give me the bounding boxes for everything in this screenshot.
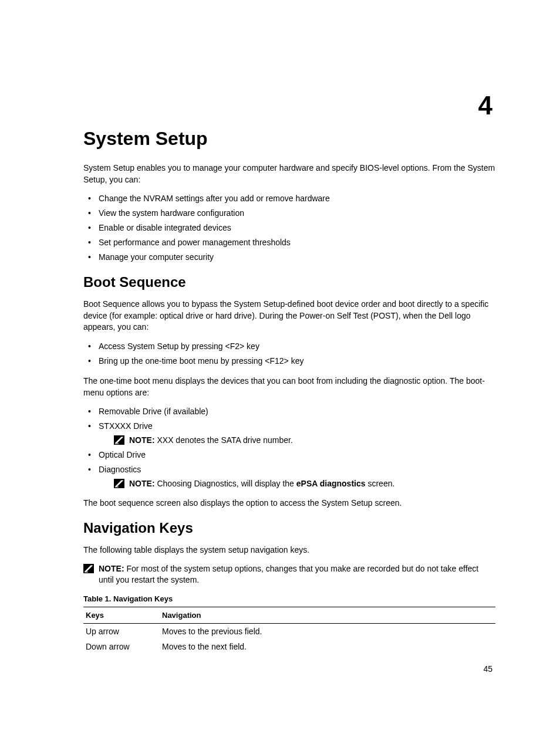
note-bold: ePSA diagnostics [296,479,366,488]
note-block: NOTE: XXX denotes the SATA drive number. [99,435,495,447]
navigation-keys-table: Keys Navigation Up arrow Moves to the pr… [83,607,495,654]
list-item: Change the NVRAM settings after you add … [83,192,495,205]
access-bullet-list: Access System Setup by pressing <F2> key… [83,340,495,367]
note-icon [83,564,94,573]
note-text: NOTE: For most of the system setup optio… [99,563,495,586]
note-text: NOTE: Choosing Diagnostics, will display… [129,478,394,490]
list-item-label: STXXXX Drive [99,421,153,431]
table-header-row: Keys Navigation [83,607,495,623]
note-icon [114,435,124,445]
list-item: STXXXX Drive NOTE: XXX denotes the SATA … [83,420,495,447]
table-row: Up arrow Moves to the previous field. [83,623,495,639]
page-title: System Setup [83,128,495,150]
page-number: 45 [483,664,492,674]
list-item: Bring up the one-time boot menu by press… [83,355,495,367]
boot-menu-intro: The one-time boot menu displays the devi… [83,376,495,398]
note-label: NOTE: [99,564,124,573]
table-row: Down arrow Moves to the next field. [83,639,495,654]
intro-paragraph: System Setup enables you to manage your … [83,163,495,185]
note-body: For most of the system setup options, ch… [99,564,478,585]
list-item: Enable or disable integrated devices [83,222,495,234]
list-item: Set performance and power management thr… [83,236,495,249]
table-header-keys: Keys [83,607,160,623]
note-body-after: screen. [366,479,395,488]
table-cell-nav: Moves to the next field. [160,639,495,654]
list-item: Diagnostics NOTE: Choosing Diagnostics, … [83,464,495,490]
page-content: 4 System Setup System Setup enables you … [0,0,560,744]
chapter-number: 4 [478,91,492,120]
navigation-keys-title: Navigation Keys [83,520,495,536]
table-title: Table 1. Navigation Keys [83,594,495,603]
note-block: NOTE: For most of the system setup optio… [83,563,495,586]
table-cell-key: Up arrow [83,623,160,639]
note-icon [114,479,124,488]
list-item: Removable Drive (if available) [83,405,495,418]
table-header-navigation: Navigation [160,607,495,623]
table-cell-nav: Moves to the previous field. [160,623,495,639]
list-item: View the system hardware configuration [83,207,495,219]
note-body-before: Choosing Diagnostics, will display the [155,479,296,488]
list-item-label: Diagnostics [99,465,141,474]
note-text: NOTE: XXX denotes the SATA drive number. [129,435,293,447]
note-label: NOTE: [129,479,155,488]
boot-sequence-title: Boot Sequence [83,274,495,290]
list-item: Manage your computer security [83,251,495,263]
note-body: XXX denotes the SATA drive number. [155,435,293,445]
table-cell-key: Down arrow [83,639,160,654]
note-label: NOTE: [129,435,155,445]
list-item: Access System Setup by pressing <F2> key [83,340,495,353]
boot-sequence-intro: Boot Sequence allows you to bypass the S… [83,299,495,333]
boot-sequence-closing: The boot sequence screen also displays t… [83,498,495,509]
note-block: NOTE: Choosing Diagnostics, will display… [99,478,495,490]
list-item: Optical Drive [83,449,495,461]
navigation-keys-intro: The following table displays the system … [83,545,495,556]
intro-bullet-list: Change the NVRAM settings after you add … [83,192,495,263]
boot-options-list: Removable Drive (if available) STXXXX Dr… [83,405,495,489]
